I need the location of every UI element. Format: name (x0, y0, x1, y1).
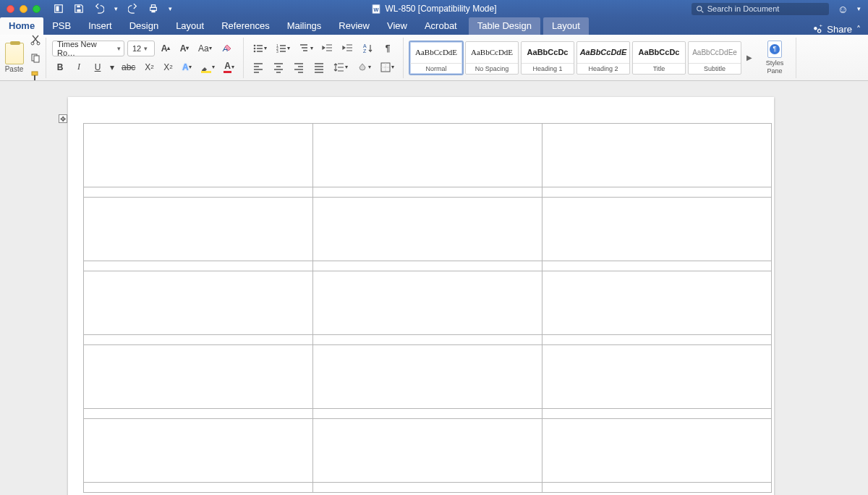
tab-layout[interactable]: Layout (167, 17, 213, 35)
svg-rect-3 (77, 6, 80, 8)
decrease-indent-button[interactable] (319, 41, 336, 56)
table-row[interactable] (84, 271, 772, 335)
tab-home[interactable]: Home (0, 17, 43, 35)
underline-button[interactable]: U (90, 59, 106, 75)
svg-rect-18 (34, 56, 39, 62)
print-icon[interactable] (148, 4, 158, 14)
increase-indent-button[interactable] (339, 41, 357, 56)
shading-button[interactable]: ▾ (354, 59, 374, 75)
justify-button[interactable] (310, 59, 328, 75)
table-row[interactable] (84, 409, 772, 419)
tab-insert[interactable]: Insert (80, 17, 121, 35)
svg-text:W: W (374, 6, 379, 12)
style-no-spacing[interactable]: AaBbCcDdENo Spacing (465, 41, 519, 75)
table-row[interactable] (84, 419, 772, 483)
borders-button[interactable]: ▾ (377, 59, 397, 75)
numbering-button[interactable]: 123▾ (273, 41, 293, 56)
tab-table-design[interactable]: Table Design (469, 17, 540, 35)
tab-review[interactable]: Review (330, 17, 378, 35)
text-effects-button[interactable]: A▾ (179, 59, 195, 75)
close-window-button[interactable] (7, 5, 14, 13)
table-row[interactable] (84, 345, 772, 409)
table-row[interactable] (84, 187, 772, 198)
clear-formatting-button[interactable]: A (218, 41, 235, 56)
save-icon[interactable] (74, 4, 84, 14)
minimize-window-button[interactable] (20, 5, 27, 13)
svg-point-10 (697, 6, 701, 10)
style-subtitle[interactable]: AaBbCcDdEeSubtitle (688, 41, 741, 75)
align-right-button[interactable] (290, 59, 307, 75)
svg-point-12 (814, 27, 817, 30)
tab-mailings[interactable]: Mailings (278, 17, 331, 35)
styles-gallery-more[interactable]: ▶ (744, 41, 755, 75)
ribbon-tabs: Home PSB Insert Design Layout References… (0, 17, 868, 35)
grow-font-button[interactable]: A▴ (158, 41, 174, 56)
document-area[interactable]: ✥ (0, 81, 868, 495)
style-heading-1[interactable]: AaBbCcDcHeading 1 (521, 41, 574, 75)
shrink-font-button[interactable]: A▾ (176, 41, 192, 56)
doc-properties-icon[interactable] (54, 4, 64, 14)
svg-point-13 (818, 29, 821, 32)
redo-icon[interactable] (128, 4, 138, 14)
style-heading-2[interactable]: AaBbCcDdEHeading 2 (576, 41, 630, 75)
styles-gallery: AaBbCcDdENormal AaBbCcDdENo Spacing AaBb… (409, 41, 755, 75)
font-name-combo[interactable]: Times New Ro…▾ (52, 41, 124, 56)
show-paragraph-marks-button[interactable]: ¶ (380, 41, 396, 56)
font-size-combo[interactable]: 12▾ (127, 41, 155, 56)
table-row[interactable] (84, 198, 772, 261)
table-move-handle[interactable]: ✥ (59, 114, 67, 123)
zoom-window-button[interactable] (33, 5, 41, 13)
quick-access-toolbar: ▾ ▾ (54, 4, 172, 14)
italic-button[interactable]: I (71, 59, 87, 75)
superscript-button[interactable]: X2 (160, 59, 176, 75)
svg-rect-5 (151, 5, 155, 8)
table-row[interactable] (84, 124, 772, 187)
align-left-button[interactable] (250, 59, 267, 75)
bold-button[interactable]: B (52, 59, 68, 75)
tab-table-layout[interactable]: Layout (543, 17, 589, 35)
svg-text:A: A (363, 43, 367, 48)
undo-dropdown-icon[interactable]: ▾ (114, 5, 118, 12)
account-icon[interactable]: ☺ (838, 3, 848, 15)
svg-point-23 (254, 47, 256, 49)
account-dropdown-icon[interactable]: ▾ (857, 5, 861, 12)
change-case-button[interactable]: Aa▾ (195, 41, 215, 56)
align-center-button[interactable] (270, 59, 287, 75)
table-row[interactable] (84, 483, 772, 493)
svg-rect-21 (201, 71, 211, 73)
tab-design[interactable]: Design (121, 17, 167, 35)
copy-button[interactable] (27, 50, 44, 66)
style-normal[interactable]: AaBbCcDdENormal (409, 41, 463, 75)
table-row[interactable] (84, 261, 772, 271)
page[interactable]: ✥ (68, 97, 774, 495)
font-name-value: Times New Ro… (57, 40, 114, 57)
document-title: W WL-850 [Compatibility Mode] (371, 4, 496, 14)
subscript-button[interactable]: X2 (141, 59, 157, 75)
multilevel-list-button[interactable]: ▾ (296, 41, 316, 56)
tab-view[interactable]: View (378, 17, 416, 35)
undo-icon[interactable] (94, 4, 104, 14)
tab-acrobat[interactable]: Acrobat (416, 17, 466, 35)
share-button[interactable]: Share (827, 24, 852, 35)
sort-button[interactable]: AZ (359, 41, 377, 56)
style-title[interactable]: AaBbCcDcTitle (632, 41, 686, 75)
paragraph-group: ▾ 123▾ ▾ AZ ¶ ▾ ▾ ▾ (244, 38, 404, 78)
font-size-value: 12 (132, 44, 141, 53)
search-document-field[interactable]: Search in Document (692, 3, 829, 15)
highlight-button[interactable]: ▾ (197, 59, 218, 75)
qat-customize-icon[interactable]: ▾ (169, 5, 172, 12)
font-color-button[interactable]: A▾ (221, 59, 237, 75)
paste-button[interactable]: Paste (5, 43, 24, 73)
table-row[interactable] (84, 335, 772, 345)
document-table[interactable] (83, 123, 772, 493)
styles-pane-button[interactable]: Styles Pane (760, 41, 790, 75)
svg-point-24 (254, 50, 256, 52)
tab-psb[interactable]: PSB (43, 17, 80, 35)
strikethrough-button[interactable]: abc (119, 59, 138, 75)
collapse-ribbon-icon[interactable]: ˄ (856, 25, 861, 35)
underline-dropdown[interactable]: ▾ (109, 59, 116, 75)
line-spacing-button[interactable]: ▾ (331, 59, 351, 75)
title-bar: ▾ ▾ W WL-850 [Compatibility Mode] Search… (0, 0, 868, 17)
tab-references[interactable]: References (213, 17, 278, 35)
bullets-button[interactable]: ▾ (250, 41, 270, 56)
